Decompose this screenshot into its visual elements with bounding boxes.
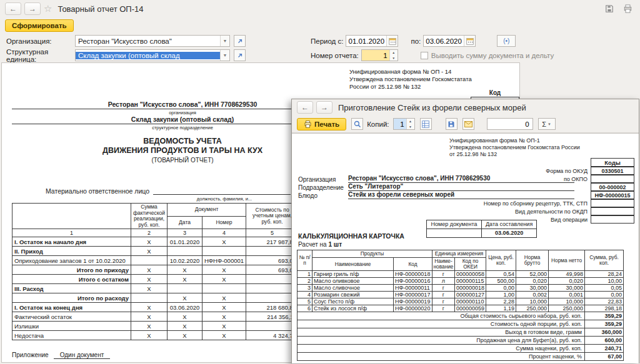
appendix-value: Один документ bbox=[54, 352, 111, 359]
spinner-up-icon[interactable]: ▲ bbox=[390, 50, 398, 56]
cell: 298,18 bbox=[585, 305, 624, 312]
cell: 0,001 bbox=[549, 292, 585, 298]
cell: 250,000 bbox=[549, 305, 585, 312]
sum-field bbox=[487, 118, 533, 130]
sigma-button[interactable]: Σ ▼ bbox=[538, 118, 556, 130]
cell: г bbox=[432, 298, 455, 305]
cell: НФНФ-000001 bbox=[202, 256, 246, 265]
calendar-glyph-icon bbox=[466, 37, 474, 45]
cell: 0,05 bbox=[585, 285, 624, 292]
cell: X bbox=[131, 312, 168, 322]
chevron-down-icon[interactable]: ▼ bbox=[220, 50, 229, 61]
checkbox-label: Выводить сумму документа и дельту bbox=[431, 52, 554, 59]
generate-button[interactable]: Сформировать bbox=[5, 19, 74, 32]
box-value-row: 03.06.2020 bbox=[427, 229, 537, 238]
doc-date-label: Дата составления bbox=[482, 220, 537, 229]
responsible-person-row: Материально ответственное лицо bbox=[46, 187, 291, 195]
dish-row: Блюдо Стейк из форели северных морей bbox=[298, 191, 574, 199]
okud-value: 0330501 bbox=[591, 167, 634, 175]
copies-input[interactable] bbox=[394, 119, 406, 129]
back-button[interactable]: ← bbox=[297, 101, 313, 114]
magnifier-icon bbox=[354, 121, 361, 128]
total-row: Процент наценки, %67,00 bbox=[298, 353, 624, 361]
cell: 0,00 bbox=[486, 285, 516, 292]
spinner-up-icon[interactable]: ▲ bbox=[407, 119, 414, 124]
sum-input[interactable] bbox=[488, 119, 531, 129]
col-number: 4 bbox=[202, 229, 246, 237]
cell bbox=[246, 293, 299, 303]
spinner-down-icon[interactable]: ▼ bbox=[407, 124, 414, 130]
cell: НФ-00000018 bbox=[394, 271, 432, 278]
header-row: № п/п Продукты Единица измерения Цена, р… bbox=[298, 250, 624, 258]
organization-value: Ресторан "Искусство слова", ИНН 77086295… bbox=[348, 175, 574, 183]
header-cell: Дата bbox=[168, 216, 202, 229]
header-cell: Номер bbox=[202, 216, 246, 229]
header-cell: Стоимость по учетным ценам, руб. коп. bbox=[246, 204, 299, 229]
period-label: Период с: bbox=[311, 37, 343, 45]
cell: 5 bbox=[298, 298, 312, 305]
back-button[interactable]: ← bbox=[5, 2, 21, 15]
organization-open-button[interactable] bbox=[234, 35, 246, 47]
cell: Стейк из лосося п/ф bbox=[312, 305, 394, 312]
cell: 2 bbox=[298, 278, 312, 285]
cell: Итого с остатком bbox=[12, 275, 131, 284]
department-row: Подразделение Сеть "Литератор" bbox=[298, 183, 574, 191]
print-button[interactable]: Печать bbox=[297, 118, 346, 130]
total-value: 240,71 bbox=[585, 345, 624, 353]
cell: 30,000 bbox=[516, 285, 549, 292]
chevron-down-icon[interactable]: ▼ bbox=[220, 36, 229, 46]
cell: Фактический остаток bbox=[12, 312, 131, 322]
responsible-person-label: Материально ответственное лицо bbox=[46, 187, 149, 195]
cell: Соус Песто п/ф bbox=[312, 298, 394, 305]
report-number-label: Номер отчета: bbox=[311, 52, 359, 59]
cell: 0,002 bbox=[516, 292, 549, 298]
total-value: 360,000 bbox=[585, 328, 624, 337]
cell: л bbox=[432, 278, 455, 285]
cell: 22,83 bbox=[585, 298, 624, 305]
period-from-input[interactable] bbox=[346, 36, 386, 46]
spinner-down-icon[interactable]: ▼ bbox=[390, 56, 398, 61]
unit-label: Структурная единица: bbox=[6, 48, 72, 63]
send-mail-button[interactable] bbox=[462, 118, 474, 130]
save-icon[interactable] bbox=[602, 2, 617, 15]
titlebar-report: ← → ☆ Товарный отчет ОП-14 bbox=[0, 0, 640, 17]
envelope-icon bbox=[464, 121, 472, 127]
codes-caption: Коды bbox=[591, 158, 634, 167]
cell: 2,28 bbox=[486, 298, 516, 305]
select-period-icon[interactable]: (•) bbox=[497, 35, 516, 47]
total-value: 600,00 bbox=[585, 337, 624, 345]
form-row-unit: Структурная единица: Склад закупки (опто… bbox=[0, 48, 640, 62]
unit-open-button[interactable] bbox=[234, 49, 246, 61]
show-sum-checkbox[interactable]: Выводить сумму документа и дельту bbox=[421, 52, 554, 59]
titlebar-card[interactable]: ← → Приготовление Стейк из форели северн… bbox=[292, 99, 639, 116]
cell: X bbox=[131, 331, 168, 340]
floppy-icon bbox=[605, 4, 614, 13]
okdp-value bbox=[591, 207, 634, 215]
print-icon[interactable] bbox=[620, 2, 635, 15]
header-cell: Сумма, руб. коп. bbox=[585, 250, 624, 271]
organization-combo[interactable]: Ресторан "Искусство слова" ▼ bbox=[75, 35, 230, 47]
unit-combo[interactable]: Склад закупки (оптовый склад ▼ bbox=[75, 49, 230, 61]
cell: Гарнир гриль п/ф bbox=[312, 271, 394, 278]
save-button[interactable] bbox=[446, 118, 458, 130]
cell bbox=[246, 284, 299, 293]
table-settings-button[interactable] bbox=[420, 118, 432, 130]
calendar-icon[interactable] bbox=[386, 36, 398, 46]
period-to-input[interactable] bbox=[424, 36, 464, 46]
unit-value: Склад закупки (оптовый склад bbox=[76, 52, 220, 59]
copies-label: Копий: bbox=[367, 121, 389, 128]
favorite-star-icon[interactable]: ☆ bbox=[44, 3, 52, 14]
forward-button[interactable]: → bbox=[316, 101, 332, 114]
cell: 693,00 bbox=[246, 265, 299, 275]
col-number: 3 bbox=[168, 229, 202, 237]
report-number-input[interactable] bbox=[362, 50, 389, 61]
total-label: Процент наценки, % bbox=[298, 353, 585, 361]
report-row: I. Остаток на начало дняX01.01.2020X217 … bbox=[12, 237, 299, 247]
preview-button[interactable] bbox=[351, 118, 363, 130]
total-value: 359,29 bbox=[585, 320, 624, 328]
window-calculation-card: ← → Приготовление Стейк из форели северн… bbox=[291, 99, 639, 363]
cell: 10.02.2020 bbox=[168, 256, 202, 265]
calendar-icon[interactable] bbox=[464, 36, 475, 46]
forward-button[interactable]: → bbox=[24, 2, 41, 15]
chevron-down-icon: ▼ bbox=[548, 122, 551, 126]
